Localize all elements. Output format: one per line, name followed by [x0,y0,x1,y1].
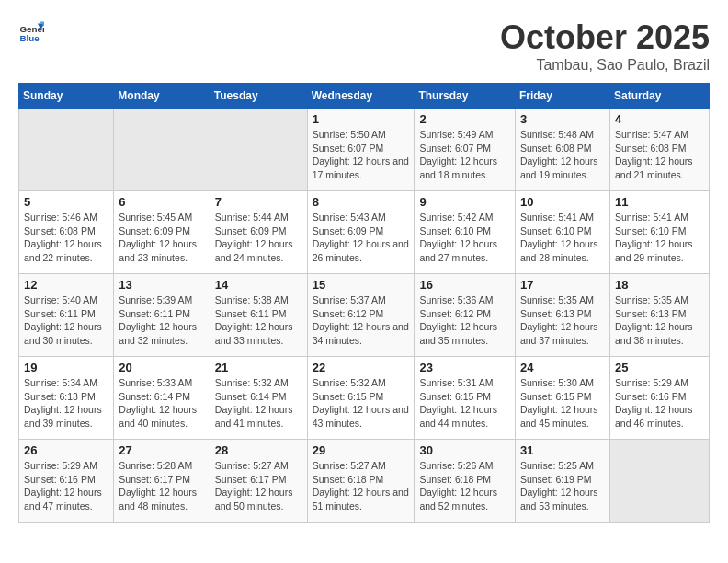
calendar-cell: 30Sunrise: 5:26 AM Sunset: 6:18 PM Dayli… [415,440,516,523]
calendar-cell: 1Sunrise: 5:50 AM Sunset: 6:07 PM Daylig… [307,109,415,191]
calendar-cell [19,109,114,191]
day-info: Sunrise: 5:49 AM Sunset: 6:07 PM Dayligh… [419,128,510,182]
calendar-cell: 19Sunrise: 5:34 AM Sunset: 6:13 PM Dayli… [19,357,114,440]
calendar-cell: 16Sunrise: 5:36 AM Sunset: 6:12 PM Dayli… [415,274,516,357]
calendar-week-row: 1Sunrise: 5:50 AM Sunset: 6:07 PM Daylig… [19,109,710,191]
day-number: 27 [119,443,204,457]
day-info: Sunrise: 5:37 AM Sunset: 6:12 PM Dayligh… [313,293,410,348]
calendar-week-row: 26Sunrise: 5:29 AM Sunset: 6:16 PM Dayli… [19,440,710,523]
calendar-cell: 24Sunrise: 5:30 AM Sunset: 6:15 PM Dayli… [515,357,609,440]
day-info: Sunrise: 5:42 AM Sunset: 6:10 PM Dayligh… [419,211,510,265]
calendar-week-row: 5Sunrise: 5:46 AM Sunset: 6:08 PM Daylig… [19,191,710,274]
day-number: 25 [615,361,704,374]
day-info: Sunrise: 5:29 AM Sunset: 6:16 PM Dayligh… [24,459,108,513]
calendar-cell: 5Sunrise: 5:46 AM Sunset: 6:08 PM Daylig… [19,191,114,274]
day-number: 26 [24,443,108,457]
day-number: 12 [24,278,108,292]
day-info: Sunrise: 5:33 AM Sunset: 6:14 PM Dayligh… [119,376,204,431]
day-info: Sunrise: 5:50 AM Sunset: 6:07 PM Dayligh… [313,128,410,182]
calendar-cell: 21Sunrise: 5:32 AM Sunset: 6:14 PM Dayli… [210,357,307,440]
page-header: General Blue October 2025 Tambau, Sao Pa… [18,18,710,74]
calendar-cell: 2Sunrise: 5:49 AM Sunset: 6:07 PM Daylig… [415,109,516,191]
calendar-cell: 28Sunrise: 5:27 AM Sunset: 6:17 PM Dayli… [210,440,307,523]
day-number: 1 [313,112,410,126]
day-number: 11 [615,195,704,209]
calendar-cell: 6Sunrise: 5:45 AM Sunset: 6:09 PM Daylig… [114,191,210,274]
day-number: 3 [520,112,605,126]
calendar-cell: 7Sunrise: 5:44 AM Sunset: 6:09 PM Daylig… [210,191,307,274]
calendar-cell: 26Sunrise: 5:29 AM Sunset: 6:16 PM Dayli… [19,440,114,523]
header-saturday: Saturday [609,84,709,109]
day-info: Sunrise: 5:27 AM Sunset: 6:18 PM Dayligh… [313,459,410,513]
calendar-week-row: 19Sunrise: 5:34 AM Sunset: 6:13 PM Dayli… [19,357,710,440]
calendar-cell: 14Sunrise: 5:38 AM Sunset: 6:11 PM Dayli… [210,274,307,357]
calendar-cell: 23Sunrise: 5:31 AM Sunset: 6:15 PM Dayli… [415,357,516,440]
day-info: Sunrise: 5:39 AM Sunset: 6:11 PM Dayligh… [119,293,204,348]
day-number: 31 [520,443,605,457]
day-info: Sunrise: 5:46 AM Sunset: 6:08 PM Dayligh… [24,211,108,265]
header-tuesday: Tuesday [210,84,307,109]
day-number: 14 [215,278,302,292]
day-info: Sunrise: 5:32 AM Sunset: 6:14 PM Dayligh… [215,376,302,431]
day-number: 23 [419,361,510,374]
day-info: Sunrise: 5:48 AM Sunset: 6:08 PM Dayligh… [520,128,605,182]
logo-icon: General Blue [18,18,44,44]
day-number: 4 [615,112,704,126]
day-number: 17 [520,278,605,292]
day-info: Sunrise: 5:32 AM Sunset: 6:15 PM Dayligh… [313,376,410,431]
header-wednesday: Wednesday [307,84,415,109]
day-number: 15 [313,278,410,292]
calendar-cell: 17Sunrise: 5:35 AM Sunset: 6:13 PM Dayli… [515,274,609,357]
day-info: Sunrise: 5:44 AM Sunset: 6:09 PM Dayligh… [215,211,302,265]
header-friday: Friday [515,84,609,109]
calendar-cell: 22Sunrise: 5:32 AM Sunset: 6:15 PM Dayli… [307,357,415,440]
calendar-cell: 9Sunrise: 5:42 AM Sunset: 6:10 PM Daylig… [415,191,516,274]
calendar-week-row: 12Sunrise: 5:40 AM Sunset: 6:11 PM Dayli… [19,274,710,357]
calendar-cell: 31Sunrise: 5:25 AM Sunset: 6:19 PM Dayli… [515,440,609,523]
calendar-table: SundayMondayTuesdayWednesdayThursdayFrid… [18,83,710,523]
calendar-cell: 8Sunrise: 5:43 AM Sunset: 6:09 PM Daylig… [307,191,415,274]
calendar-cell: 15Sunrise: 5:37 AM Sunset: 6:12 PM Dayli… [307,274,415,357]
header-thursday: Thursday [415,84,516,109]
day-info: Sunrise: 5:35 AM Sunset: 6:13 PM Dayligh… [615,293,704,348]
calendar-cell: 11Sunrise: 5:41 AM Sunset: 6:10 PM Dayli… [609,191,709,274]
day-number: 10 [520,195,605,209]
day-info: Sunrise: 5:31 AM Sunset: 6:15 PM Dayligh… [419,376,510,431]
svg-text:Blue: Blue [19,33,40,43]
day-info: Sunrise: 5:47 AM Sunset: 6:08 PM Dayligh… [615,128,704,182]
day-info: Sunrise: 5:41 AM Sunset: 6:10 PM Dayligh… [615,211,704,265]
day-number: 16 [419,278,510,292]
day-info: Sunrise: 5:27 AM Sunset: 6:17 PM Dayligh… [215,459,302,513]
calendar-cell: 3Sunrise: 5:48 AM Sunset: 6:08 PM Daylig… [515,109,609,191]
calendar-cell [609,440,709,523]
day-info: Sunrise: 5:28 AM Sunset: 6:17 PM Dayligh… [119,459,204,513]
calendar-cell: 25Sunrise: 5:29 AM Sunset: 6:16 PM Dayli… [609,357,709,440]
day-number: 21 [215,361,302,374]
day-info: Sunrise: 5:40 AM Sunset: 6:11 PM Dayligh… [24,293,108,348]
day-info: Sunrise: 5:41 AM Sunset: 6:10 PM Dayligh… [520,211,605,265]
calendar-cell: 27Sunrise: 5:28 AM Sunset: 6:17 PM Dayli… [114,440,210,523]
day-info: Sunrise: 5:38 AM Sunset: 6:11 PM Dayligh… [215,293,302,348]
day-info: Sunrise: 5:26 AM Sunset: 6:18 PM Dayligh… [419,459,510,513]
calendar-cell: 20Sunrise: 5:33 AM Sunset: 6:14 PM Dayli… [114,357,210,440]
calendar-cell [210,109,307,191]
day-info: Sunrise: 5:25 AM Sunset: 6:19 PM Dayligh… [520,459,605,513]
day-number: 24 [520,361,605,374]
day-number: 13 [119,278,204,292]
calendar-cell: 10Sunrise: 5:41 AM Sunset: 6:10 PM Dayli… [515,191,609,274]
day-number: 5 [24,195,108,209]
day-info: Sunrise: 5:36 AM Sunset: 6:12 PM Dayligh… [419,293,510,348]
page-subtitle: Tambau, Sao Paulo, Brazil [500,57,710,74]
day-info: Sunrise: 5:30 AM Sunset: 6:15 PM Dayligh… [520,376,605,431]
day-info: Sunrise: 5:43 AM Sunset: 6:09 PM Dayligh… [313,211,410,265]
calendar-cell: 4Sunrise: 5:47 AM Sunset: 6:08 PM Daylig… [609,109,709,191]
day-number: 30 [419,443,510,457]
day-number: 6 [119,195,204,209]
day-info: Sunrise: 5:45 AM Sunset: 6:09 PM Dayligh… [119,211,204,265]
day-number: 7 [215,195,302,209]
day-info: Sunrise: 5:35 AM Sunset: 6:13 PM Dayligh… [520,293,605,348]
day-number: 19 [24,361,108,374]
day-number: 28 [215,443,302,457]
calendar-header-row: SundayMondayTuesdayWednesdayThursdayFrid… [19,84,710,109]
calendar-cell: 29Sunrise: 5:27 AM Sunset: 6:18 PM Dayli… [307,440,415,523]
